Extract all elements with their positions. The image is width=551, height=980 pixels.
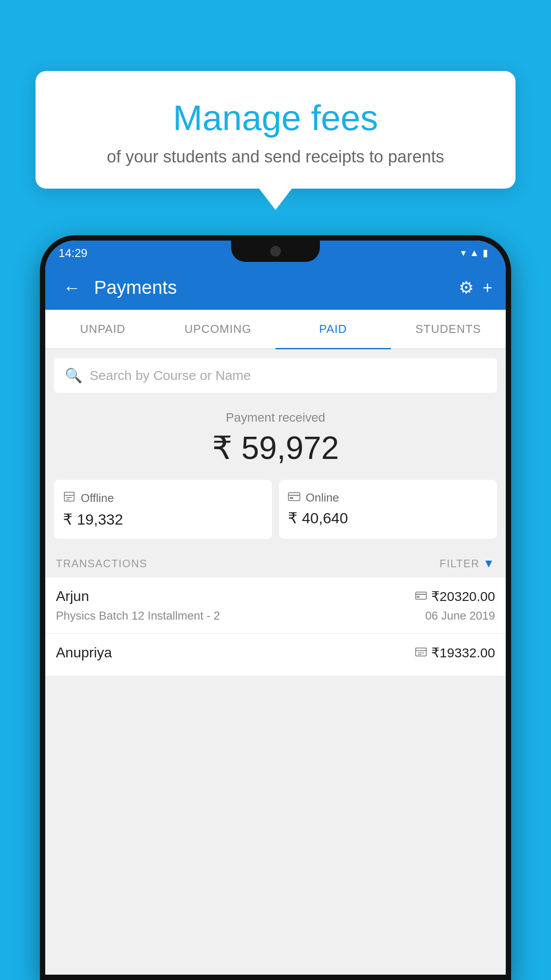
transaction-top: Anupriya ₹19332.00 <box>56 644 495 661</box>
transaction-course: Physics Batch 12 Installment - 2 <box>56 609 220 623</box>
status-time: 14:29 <box>59 246 87 260</box>
add-button[interactable]: + <box>483 278 492 297</box>
offline-card-header: Offline <box>63 490 263 506</box>
cash-payment-icon <box>415 646 427 660</box>
payment-received-label: Payment received <box>54 411 497 425</box>
svg-rect-6 <box>290 497 293 499</box>
online-amount: ₹ 40,640 <box>288 509 488 527</box>
transaction-name: Anupriya <box>56 644 112 661</box>
speech-bubble-subtitle: of your students and send receipts to pa… <box>71 147 480 166</box>
offline-amount: ₹ 19,332 <box>63 510 263 528</box>
online-card-header: Online <box>288 490 488 505</box>
table-row[interactable]: Arjun ₹20320.00 Physics Batch 1 <box>45 577 506 634</box>
svg-rect-4 <box>288 493 300 501</box>
transaction-top: Arjun ₹20320.00 <box>56 588 495 605</box>
transactions-header: TRANSACTIONS FILTER ▼ <box>45 548 506 577</box>
battery-icon: ▮ <box>483 247 488 259</box>
offline-label: Offline <box>81 491 114 505</box>
filter-icon: ▼ <box>483 557 495 570</box>
transaction-amount: ₹20320.00 <box>431 589 495 604</box>
top-bar: ← Payments ⚙ + <box>45 265 506 310</box>
settings-button[interactable]: ⚙ <box>459 278 474 297</box>
speech-bubble: Manage fees of your students and send re… <box>35 71 516 189</box>
svg-rect-9 <box>417 596 420 598</box>
payment-received-section: Payment received ₹ 59,972 <box>45 393 506 480</box>
phone-notch <box>231 241 320 262</box>
wifi-icon: ▾ <box>461 247 466 259</box>
speech-bubble-title: Manage fees <box>71 98 480 138</box>
filter-button[interactable]: FILTER ▼ <box>440 557 495 570</box>
tab-upcoming[interactable]: UPCOMING <box>161 310 276 348</box>
back-button[interactable]: ← <box>59 273 85 302</box>
phone-inner: 14:29 ▾ ▲ ▮ ← Payments ⚙ + UNPAID UPCOMI… <box>45 241 506 975</box>
tab-unpaid[interactable]: UNPAID <box>45 310 161 348</box>
search-input[interactable]: Search by Course or Name <box>90 368 251 383</box>
signal-icon: ▲ <box>469 247 479 259</box>
transaction-amount-wrap: ₹20320.00 <box>415 589 495 604</box>
online-icon <box>288 490 300 505</box>
top-bar-actions: ⚙ + <box>459 278 492 297</box>
status-icons: ▾ ▲ ▮ <box>461 247 488 259</box>
page-title: Payments <box>94 277 450 298</box>
content-area: 🔍 Search by Course or Name Payment recei… <box>45 349 506 975</box>
online-card: Online ₹ 40,640 <box>279 480 497 539</box>
transaction-date: 06 June 2019 <box>425 609 495 623</box>
svg-rect-1 <box>64 492 74 495</box>
online-label: Online <box>306 491 339 505</box>
search-bar[interactable]: 🔍 Search by Course or Name <box>54 358 497 393</box>
transactions-label: TRANSACTIONS <box>56 557 147 570</box>
phone-frame: 14:29 ▾ ▲ ▮ ← Payments ⚙ + UNPAID UPCOMI… <box>40 235 511 980</box>
tabs: UNPAID UPCOMING PAID STUDENTS <box>45 310 506 349</box>
transaction-amount-wrap: ₹19332.00 <box>415 645 495 660</box>
transaction-amount: ₹19332.00 <box>431 645 495 660</box>
payment-total-amount: ₹ 59,972 <box>54 429 497 466</box>
tab-students[interactable]: STUDENTS <box>391 310 506 348</box>
transaction-bottom: Physics Batch 12 Installment - 2 06 June… <box>56 609 495 623</box>
card-payment-icon <box>415 589 427 603</box>
search-icon: 🔍 <box>65 367 83 384</box>
camera-dot <box>270 246 281 257</box>
offline-icon <box>63 490 75 506</box>
offline-card: Offline ₹ 19,332 <box>54 480 272 539</box>
tab-paid[interactable]: PAID <box>276 310 391 348</box>
payment-cards: Offline ₹ 19,332 <box>54 480 497 539</box>
filter-label: FILTER <box>440 557 480 570</box>
transaction-name: Arjun <box>56 588 89 605</box>
table-row[interactable]: Anupriya ₹19332.00 <box>45 634 506 676</box>
svg-rect-7 <box>416 592 426 599</box>
svg-rect-11 <box>416 648 426 651</box>
